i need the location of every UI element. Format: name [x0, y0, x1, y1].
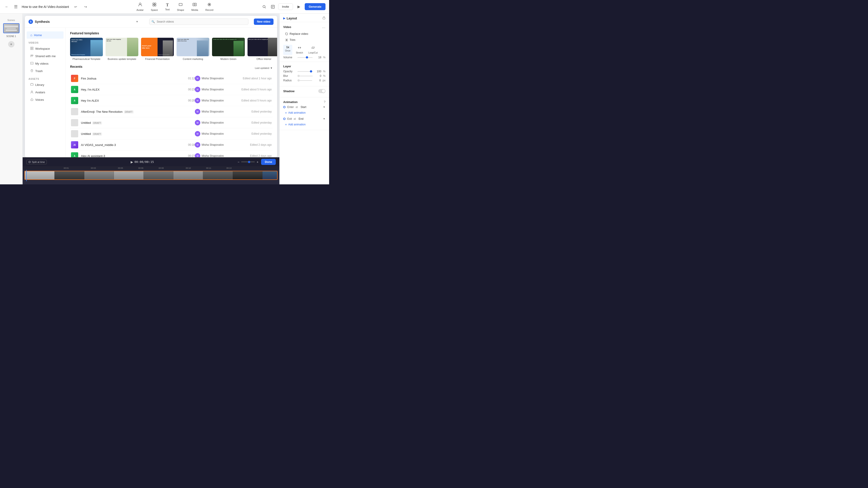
nav-avatars[interactable]: Avatars [27, 89, 64, 96]
sort-button[interactable]: Last updated ▼ [255, 67, 273, 69]
animation-help-icon[interactable]: ? [324, 100, 326, 104]
timeline-area: Split at time ▶ 00:00/00:15 − + Done [23, 157, 279, 184]
split-at-time-button[interactable]: Split at time [26, 160, 47, 164]
recent-item[interactable]: AfterEmoji: The New RevolutionDRAFT M Mi… [70, 106, 273, 117]
recent-edited: Edited yesterday [231, 132, 272, 135]
author-avatar: M [195, 131, 200, 136]
ruler-mark-2: 00:03 [80, 167, 107, 169]
track-segment-7 [203, 171, 232, 180]
template-card-content[interactable]: Insert your video title within three lin… [177, 38, 209, 60]
recent-duration: 00:20 [184, 99, 195, 102]
recent-author: M Misha Shapovalov [195, 142, 231, 148]
play-preview-button[interactable]: ▶ [295, 3, 303, 10]
ruler-mark-7: 00:11 [202, 167, 215, 169]
search-input[interactable] [149, 19, 248, 25]
blur-slider[interactable] [298, 76, 313, 76]
exit-chevron-icon[interactable]: ▼ [323, 117, 326, 121]
record-tool[interactable]: Record [202, 1, 216, 13]
track-segment-6 [174, 171, 203, 180]
zoom-slider[interactable] [241, 162, 255, 162]
search-icon[interactable] [261, 4, 268, 10]
nav-workspace[interactable]: Workspace [27, 45, 64, 53]
template-card-modern[interactable]: Create your video title with an engaging… [212, 38, 245, 60]
opacity-value: 100 [314, 70, 321, 73]
nav-library[interactable]: Library [27, 81, 64, 89]
zoom-in-button[interactable]: + [256, 160, 258, 164]
undo-button[interactable]: ↩ [72, 4, 79, 10]
svg-rect-4 [155, 5, 156, 6]
trim-button[interactable]: Trim [283, 37, 326, 43]
shadow-toggle[interactable] [318, 89, 326, 93]
track-bar[interactable] [24, 171, 278, 180]
volume-slider[interactable] [298, 57, 313, 58]
nav-home[interactable]: ⌂ Home [27, 31, 64, 39]
template-card-office[interactable]: Start your video with an engaging title … [248, 38, 277, 60]
nav-my-videos[interactable]: My videos [27, 60, 64, 67]
playback-once[interactable]: 1x Once [283, 45, 292, 55]
enter-label: Enter [287, 105, 294, 109]
space-tool[interactable]: Space [148, 1, 161, 13]
shape-tool[interactable]: Shape [174, 1, 187, 13]
volume-row: Volume 18 % [283, 56, 326, 59]
done-button[interactable]: Done [261, 159, 276, 165]
enter-chevron-icon[interactable]: ▼ [323, 105, 326, 109]
recent-item[interactable]: A Alex AI assistant-3 00:27 M Misha Shap… [70, 151, 273, 157]
timeline-track[interactable] [23, 170, 279, 184]
scenes-section-label: Scenes [0, 19, 22, 22]
recent-name: UntitledDRAFT [78, 121, 184, 125]
author-name: Misha Shapovalov [202, 154, 224, 157]
synthesis-nav: ⌂ Home Videos Workspace [25, 28, 66, 157]
recent-item[interactable]: UntitledDRAFT M Misha Shapovalov Edited … [70, 117, 273, 128]
recent-item[interactable]: UntitledDRAFT M Misha Shapovalov Edited … [70, 128, 273, 139]
add-exit-animation-button[interactable]: + Add animation [283, 122, 326, 127]
opacity-label: Opacity [283, 70, 296, 73]
playback-stretch[interactable]: Stretch [294, 45, 305, 55]
nav-shared[interactable]: Shared with me [27, 53, 64, 60]
nav-voices[interactable]: Voices [27, 96, 64, 103]
recent-item[interactable]: A Hey, I'm ALEX 00:23 M Misha Shapovalov… [70, 84, 273, 95]
svg-point-20 [31, 91, 33, 92]
notes-icon[interactable] [270, 4, 276, 10]
recent-name: Alex AI assistant-3 [78, 154, 184, 158]
scene-1-thumb[interactable] [3, 23, 20, 33]
recent-name: UntitledDRAFT [78, 132, 184, 135]
author-name: Misha Shapovalov [202, 121, 224, 124]
radius-row: Radius 0 px [283, 79, 326, 82]
template-card-business[interactable]: Insert your video engaging title here Bu… [105, 38, 138, 60]
avatar-tool[interactable]: Avatar [133, 1, 147, 13]
playback-loop-cut[interactable]: Loop/Cut [307, 45, 320, 55]
media-tool[interactable]: Media [188, 1, 202, 13]
template-card-pharma[interactable]: Insert your video tItle here Pharmaceuti… [70, 38, 103, 60]
svg-rect-15 [32, 48, 33, 50]
svg-rect-14 [31, 48, 32, 50]
menu-button[interactable]: ☰ [13, 4, 19, 10]
split-icon [28, 161, 31, 163]
text-tool[interactable]: T Text [162, 1, 173, 13]
back-button[interactable]: ← [4, 4, 10, 10]
timeline-play-button[interactable]: ▶ [131, 160, 133, 164]
opacity-slider[interactable] [298, 71, 313, 72]
recent-item[interactable]: A Hey I'm ALEX 00:20 M Misha Shapovalov … [70, 95, 273, 106]
recent-item[interactable]: F Fire Joshua 01:12 M Misha Shapovalov E… [70, 73, 273, 84]
add-scene-button[interactable]: + [8, 41, 14, 47]
radius-slider[interactable] [298, 80, 312, 81]
nav-my-videos-label: My videos [35, 62, 49, 65]
recent-author: M Misha Shapovalov [195, 153, 231, 157]
generate-button[interactable]: Generate [305, 3, 326, 10]
add-enter-animation-button[interactable]: + Add animation [283, 110, 326, 116]
new-video-button[interactable]: New video [254, 19, 274, 25]
synthesis-chevron-icon[interactable]: ▼ [135, 20, 138, 23]
invite-button[interactable]: Invite [278, 3, 293, 10]
business-template-name: Business update template [105, 58, 138, 60]
svg-rect-5 [179, 3, 182, 6]
recent-item[interactable]: AI AI VIDAS_sound_middle-3 00:18 M Misha… [70, 139, 273, 151]
replace-video-button[interactable]: Replace video [283, 31, 326, 37]
recent-thumb [71, 119, 78, 126]
nav-trash[interactable]: Trash [27, 67, 64, 75]
zoom-out-button[interactable]: − [238, 160, 239, 164]
template-card-financial[interactable]: Insert your title here Financial Present… [141, 38, 174, 60]
recent-thumb: A [71, 97, 78, 104]
record-label: Record [205, 8, 213, 11]
video-section-menu[interactable]: … [322, 25, 326, 29]
redo-button[interactable]: ↪ [83, 4, 89, 10]
